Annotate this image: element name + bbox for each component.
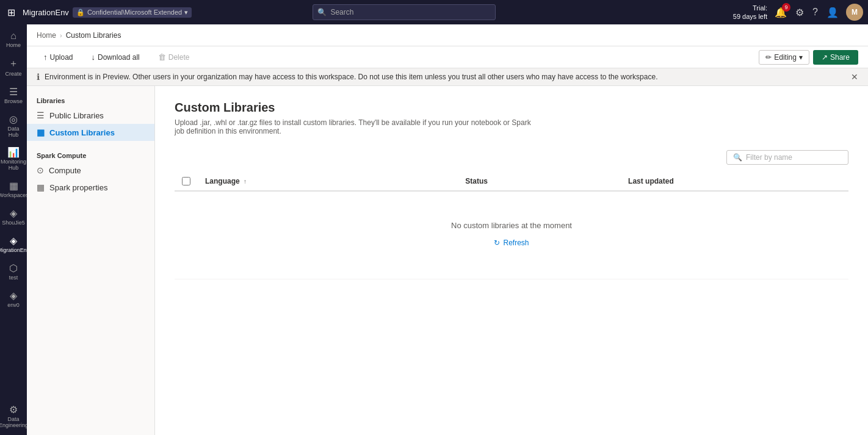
spark-properties-icon: ▦ bbox=[37, 182, 45, 192]
inner-layout: Libraries ☰ Public Libraries ▦ Custom Li… bbox=[27, 86, 868, 435]
refresh-label: Refresh bbox=[503, 239, 529, 247]
search-icon: 🔍 bbox=[317, 8, 327, 16]
notification-icon[interactable]: 🔔 9 bbox=[773, 5, 788, 20]
editing-button[interactable]: ✏ Editing ▾ bbox=[759, 50, 809, 65]
workspaces-icon: ▦ bbox=[9, 180, 18, 192]
sidebar-item-datahub[interactable]: ◎ Data Hub bbox=[1, 110, 26, 142]
nav-label-home: Home bbox=[6, 43, 21, 49]
help-icon[interactable]: ? bbox=[811, 5, 819, 19]
breadcrumb: Home › Custom Libraries bbox=[27, 24, 868, 46]
download-all-label: Download all bbox=[98, 53, 140, 62]
upload-label: Upload bbox=[50, 53, 73, 62]
search-container: 🔍 bbox=[313, 4, 496, 20]
breadcrumb-home[interactable]: Home bbox=[37, 31, 56, 40]
filter-by-name-input[interactable] bbox=[746, 153, 842, 162]
info-banner: ℹ Environment is in Preview. Other users… bbox=[27, 68, 868, 86]
th-checkbox bbox=[175, 172, 198, 191]
libraries-table: Language ↑ Status Last updated bbox=[175, 172, 848, 279]
libraries-section-title: Libraries bbox=[27, 93, 154, 107]
edit-icon: ✏ bbox=[765, 53, 772, 62]
sidebar-item-migrationenv[interactable]: ◈ MigrationEnv bbox=[1, 231, 26, 257]
empty-state-text: No custom libraries at the moment bbox=[451, 221, 572, 230]
main-content: Custom Libraries Upload .jar, .whl or .t… bbox=[155, 86, 868, 435]
sidebar-item-custom-libraries[interactable]: ▦ Custom Libraries bbox=[27, 124, 154, 141]
sidebar-item-public-libraries[interactable]: ☰ Public Libraries bbox=[27, 107, 154, 124]
sidebar-item-shoujie5[interactable]: ◈ ShouJie5 bbox=[1, 204, 26, 230]
nav-label-test: test bbox=[9, 275, 18, 281]
editing-label: Editing bbox=[774, 53, 797, 62]
breadcrumb-custom-libraries: Custom Libraries bbox=[66, 31, 121, 40]
sidebar-item-spark-properties[interactable]: ▦ Spark properties bbox=[27, 179, 154, 196]
nav-label-migrationenv: MigrationEnv bbox=[0, 248, 29, 254]
app-name-container: MigrationEnv 🔒 Confidential\Microsoft Ex… bbox=[23, 7, 192, 18]
sidebar-item-test[interactable]: ⬡ test bbox=[1, 259, 26, 285]
browse-icon: ☰ bbox=[9, 86, 18, 98]
refresh-button[interactable]: ↻ Refresh bbox=[489, 236, 533, 250]
chevron-down-icon: ▾ bbox=[184, 9, 188, 16]
th-last-updated: Last updated bbox=[621, 172, 848, 191]
share-icon: ↗ bbox=[822, 53, 828, 62]
public-libraries-icon: ☰ bbox=[37, 110, 45, 120]
sidebar-item-env0[interactable]: ◈ env0 bbox=[1, 286, 26, 312]
sidebar-item-compute[interactable]: ⊙ Compute bbox=[27, 162, 154, 179]
shoujie5-icon: ◈ bbox=[10, 207, 17, 219]
compute-label: Compute bbox=[49, 166, 81, 175]
libraries-sidebar: Libraries ☰ Public Libraries ▦ Custom Li… bbox=[27, 86, 155, 435]
search-input[interactable] bbox=[313, 4, 496, 20]
app-name-label: MigrationEnv bbox=[23, 8, 69, 17]
upload-button[interactable]: ↑ Upload bbox=[37, 49, 80, 65]
nav-label-shoujie5: ShouJie5 bbox=[2, 220, 25, 226]
delete-icon: 🗑 bbox=[158, 52, 166, 62]
empty-state: No custom libraries at the moment ↻ Refr… bbox=[182, 196, 841, 274]
sidebar-item-monitoring[interactable]: 📊 Monitoring Hub bbox=[1, 143, 26, 175]
breadcrumb-separator: › bbox=[60, 32, 62, 39]
env-badge[interactable]: 🔒 Confidential\Microsoft Extended ▾ bbox=[73, 7, 192, 18]
env-badge-text: Confidential\Microsoft Extended bbox=[87, 9, 182, 16]
share-label: Share bbox=[830, 53, 850, 62]
delete-button[interactable]: 🗑 Delete bbox=[151, 49, 197, 65]
status-col-label: Status bbox=[465, 177, 488, 185]
refresh-icon: ↻ bbox=[494, 239, 500, 247]
sidebar-item-data-engineering[interactable]: ⚙ Data Engineering bbox=[1, 400, 26, 433]
custom-libraries-label: Custom Libraries bbox=[49, 128, 115, 137]
custom-libraries-icon: ▦ bbox=[37, 128, 45, 137]
nav-bottom: ⚙ Data Engineering bbox=[1, 400, 26, 433]
toolbar: ↑ Upload ↓ Download all 🗑 Delete ✏ Editi… bbox=[27, 46, 868, 68]
th-status: Status bbox=[458, 172, 621, 191]
share-button[interactable]: ↗ Share bbox=[813, 50, 858, 65]
data-engineering-icon: ⚙ bbox=[9, 404, 18, 415]
select-all-checkbox[interactable] bbox=[182, 177, 190, 185]
nav-label-browse: Browse bbox=[4, 99, 23, 105]
download-all-button[interactable]: ↓ Download all bbox=[85, 49, 146, 65]
people-icon[interactable]: 👤 bbox=[825, 5, 840, 20]
test-icon: ⬡ bbox=[9, 262, 18, 274]
sidebar-item-workspaces[interactable]: ▦ Workspaces bbox=[1, 176, 26, 203]
page-description: Upload .jar, .whl or .tar.gz files to in… bbox=[175, 118, 541, 135]
settings-icon[interactable]: ⚙ bbox=[794, 5, 805, 20]
trial-badge: Trial: 59 days left bbox=[733, 4, 767, 21]
lock-icon: 🔒 bbox=[76, 9, 85, 16]
language-col-label: Language bbox=[205, 177, 240, 185]
filter-bar: 🔍 bbox=[175, 150, 848, 165]
filter-icon: 🔍 bbox=[733, 153, 742, 162]
download-icon: ↓ bbox=[92, 52, 96, 62]
info-close-button[interactable]: ✕ bbox=[851, 72, 858, 82]
nav-label-monitoring: Monitoring Hub bbox=[1, 159, 26, 171]
notification-count: 9 bbox=[782, 3, 790, 12]
delete-label: Delete bbox=[168, 53, 190, 62]
page-title: Custom Libraries bbox=[175, 101, 848, 115]
migrationenv-icon: ◈ bbox=[10, 235, 17, 246]
sidebar-item-home[interactable]: ⌂ Home bbox=[1, 27, 26, 52]
th-language[interactable]: Language ↑ bbox=[198, 172, 458, 191]
content-area: Home › Custom Libraries ↑ Upload ↓ Downl… bbox=[27, 24, 868, 435]
datahub-icon: ◎ bbox=[9, 113, 18, 125]
filter-input-container: 🔍 bbox=[726, 150, 848, 165]
main-layout: ⌂ Home ＋ Create ☰ Browse ◎ Data Hub 📊 Mo… bbox=[0, 24, 868, 435]
sidebar-item-create[interactable]: ＋ Create bbox=[1, 54, 26, 81]
sidebar-item-browse[interactable]: ☰ Browse bbox=[1, 82, 26, 109]
nav-label-create: Create bbox=[5, 71, 21, 77]
public-libraries-label: Public Libraries bbox=[49, 111, 104, 120]
nav-label-datahub: Data Hub bbox=[2, 126, 24, 138]
waffle-icon[interactable]: ⊞ bbox=[5, 4, 18, 21]
avatar[interactable]: M bbox=[846, 4, 863, 21]
